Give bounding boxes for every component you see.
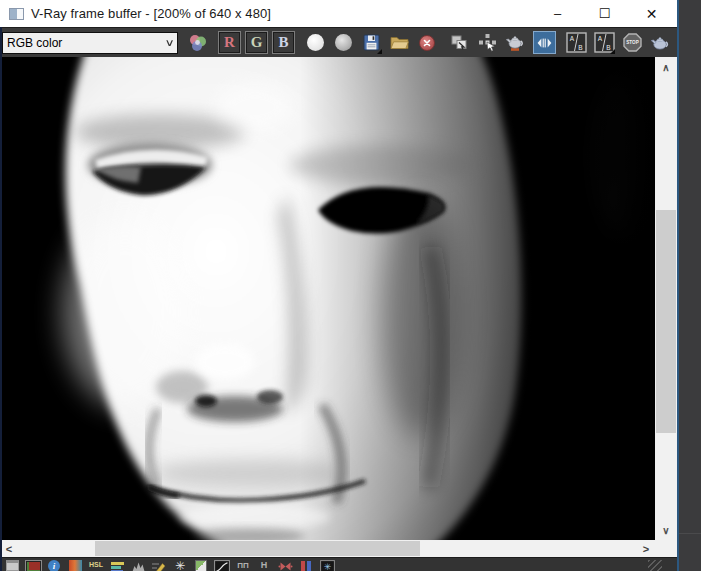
green-channel-button[interactable]: G [245,31,268,54]
vray-frame-buffer-icon [9,8,24,20]
vertical-scroll-thumb[interactable] [656,210,676,433]
monitor-icon [6,560,19,571]
window-title: V-Ray frame buffer - [200% of 640 x 480] [31,6,271,21]
background-image-button[interactable] [192,560,210,571]
asterisk-box-icon: ✳ [320,560,335,571]
gray-circle-icon [335,34,352,51]
render-viewport[interactable] [0,57,655,540]
rgb-circles-icon [187,33,209,53]
scroll-up-arrow[interactable]: ∧ [655,59,677,75]
split-arrows-icon [536,35,553,51]
red-channel-label: R [224,35,235,50]
blue-channel-button[interactable]: B [272,31,295,54]
resize-grip[interactable] [648,560,662,571]
pinwheel-icon: ✳ [175,560,185,571]
vray-frame-buffer-window: V-Ray frame buffer - [200% of 640 x 480]… [0,0,677,571]
title-bar[interactable]: V-Ray frame buffer - [200% of 640 x 480]… [0,0,677,27]
histogram-icon [131,560,146,571]
history-icon: H [261,560,268,571]
teapot-orange-icon [505,34,525,52]
load-image-button[interactable] [387,31,411,55]
save-image-button[interactable] [359,31,383,55]
caption-controls: – ☐ ✕ [534,0,677,27]
render-button[interactable] [648,31,672,55]
color-balance-button[interactable] [108,560,126,571]
horizontal-scrollbar[interactable]: < > [0,540,655,557]
alpha-channel-button[interactable] [303,31,327,55]
svg-text:✳: ✳ [323,562,331,571]
chevron-down-icon: ∨ [164,37,174,48]
maximize-button[interactable]: ☐ [581,0,628,27]
screen: V-Ray frame buffer - [200% of 640 x 480]… [0,0,701,571]
clear-image-button[interactable] [415,31,439,55]
gradient-icon [69,560,82,571]
horizontal-scroll-thumb[interactable] [95,541,420,556]
svg-text:STOP: STOP [626,40,638,45]
pencil-curve-icon [151,560,167,571]
duplicate-to-host-button[interactable] [447,31,471,55]
vertical-scrollbar[interactable]: ∧ ∨ [655,57,677,540]
hsl-icon: HSL [89,560,103,570]
scroll-down-arrow[interactable]: ∨ [655,522,677,538]
compare-horizontal-button[interactable] [533,31,556,54]
red-x-circle-icon [419,35,435,51]
content-row: ∧ ∨ [0,57,677,540]
ab-compare-button[interactable]: A B [564,31,588,55]
channel-dropdown[interactable]: RGB color ∨ [2,32,178,54]
red-channel-button[interactable]: R [218,31,241,54]
hue-saturation-button[interactable]: HSL [87,560,105,571]
corrections-toolbar: i HSL [0,557,677,571]
minimize-button[interactable]: – [534,0,581,27]
svg-text:B: B [578,44,582,51]
ab-split-icon: A B [566,32,587,53]
svg-text:A: A [597,35,602,42]
render-last-button[interactable] [503,31,527,55]
desktop-background [679,0,701,571]
monochromatic-button[interactable] [331,31,355,55]
history-button[interactable]: H [255,560,273,571]
curve-editor-button[interactable] [150,560,168,571]
display-correction-button[interactable] [3,560,21,571]
channel-dropdown-value: RGB color [7,36,62,50]
green-channel-label: G [251,35,263,50]
levels-button[interactable] [129,560,147,571]
stamp-button[interactable]: ΠΠ [234,560,252,571]
desktop-divider [679,533,701,534]
white-balance-button[interactable] [66,560,84,571]
view-clamped-button[interactable] [297,560,315,571]
scroll-left-arrow[interactable]: < [2,540,16,557]
framed-image-button[interactable] [24,560,42,571]
stop-sign-icon: STOP [623,33,642,52]
scroll-right-arrow[interactable]: > [639,540,653,557]
info-icon: i [48,560,60,571]
pixel-info-button[interactable]: i [45,560,63,571]
close-button[interactable]: ✕ [628,0,675,27]
icc-button[interactable]: ✳ [318,560,336,571]
ab-menu-arrow-icon [610,49,615,54]
red-blue-bars-icon [301,560,311,571]
ab-compare-menu-button[interactable]: A B [592,31,616,55]
red-bowtie-icon [278,560,293,571]
force-clamp-button[interactable] [276,560,294,571]
framed-image-icon [25,560,42,571]
levels-bars-icon [111,560,124,571]
teapot-blue-icon [650,34,670,52]
save-menu-arrow-icon [377,49,382,54]
overlapping-squares-icon [450,34,469,51]
svg-text:A: A [569,35,574,42]
curve-box-icon [214,560,230,571]
track-mouse-button[interactable] [475,31,499,55]
rgb-channels-button[interactable] [186,31,210,55]
curves-button[interactable] [213,560,231,571]
stamp-icon: ΠΠ [237,560,249,571]
color-swatch-icon [195,560,207,571]
scrollbar-corner [655,540,677,557]
window-left-border [0,27,2,571]
white-circle-icon [307,34,324,51]
lens-effects-button[interactable]: ✳ [171,560,189,571]
stop-render-button[interactable]: STOP [620,31,644,55]
folder-icon [390,35,409,50]
blue-channel-label: B [278,35,288,50]
rendered-face-image [0,57,655,540]
main-toolbar: RGB color ∨ R G B [0,27,677,57]
